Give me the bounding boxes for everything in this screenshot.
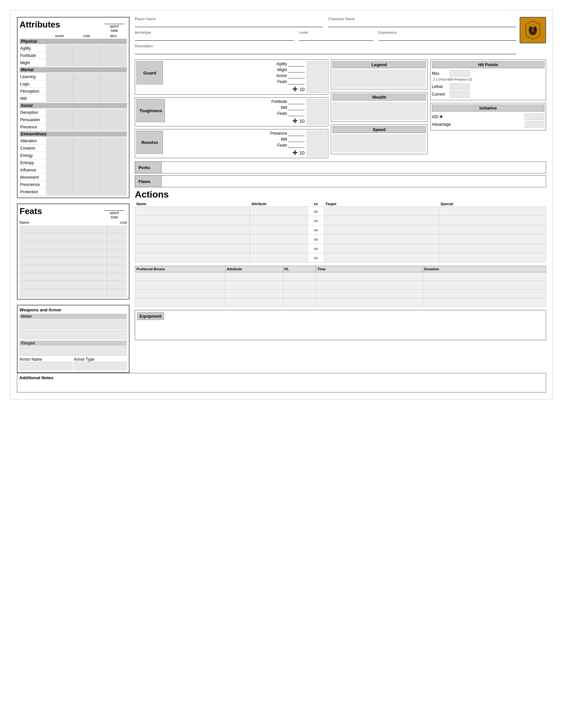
resolve-presence-val[interactable] — [288, 131, 305, 136]
feat-cost-3[interactable] — [107, 241, 127, 249]
armor-name-cell[interactable] — [20, 362, 72, 370]
agility-cost[interactable] — [73, 45, 100, 52]
feat-name-1[interactable] — [20, 225, 107, 233]
boon-name-4[interactable] — [135, 298, 225, 307]
action-name-3[interactable] — [135, 225, 250, 235]
description-input[interactable] — [135, 48, 516, 54]
presence-cost[interactable] — [73, 123, 100, 130]
boon-pl-4[interactable] — [283, 298, 316, 307]
presence-score[interactable] — [46, 123, 73, 130]
legend-content[interactable] — [333, 69, 426, 88]
prescience-dice[interactable] — [100, 181, 127, 188]
initiative-d20-input[interactable] — [525, 114, 544, 120]
protection-score[interactable] — [46, 188, 73, 195]
toughness-fort-val[interactable] — [288, 99, 305, 104]
learning-dice[interactable] — [100, 73, 127, 80]
boon-time-2[interactable] — [316, 281, 423, 290]
resolve-feats-val[interactable] — [288, 143, 305, 148]
agility-score[interactable] — [46, 45, 73, 52]
flaws-content[interactable] — [162, 176, 546, 187]
creation-score[interactable] — [46, 145, 73, 152]
boon-attr-3[interactable] — [225, 290, 283, 298]
guard-result[interactable] — [307, 61, 327, 93]
boon-name-1[interactable] — [135, 272, 225, 281]
feat-cost-6[interactable] — [107, 265, 127, 273]
boon-dur-1[interactable] — [423, 272, 546, 281]
movement-score[interactable] — [46, 174, 73, 181]
initiative-adv-input[interactable] — [525, 121, 544, 128]
action-target-6[interactable] — [324, 253, 439, 262]
resolve-result[interactable] — [307, 131, 327, 157]
might-cost[interactable] — [73, 59, 100, 66]
entropy-score[interactable] — [46, 159, 73, 166]
armor-type-cell[interactable] — [74, 362, 127, 370]
wealth-content[interactable] — [333, 102, 426, 120]
might-dice[interactable] — [100, 59, 127, 66]
hp-max-input[interactable] — [450, 70, 470, 77]
action-attr-3[interactable] — [250, 225, 308, 235]
prescience-score[interactable] — [46, 181, 73, 188]
persuasion-score[interactable] — [46, 116, 73, 123]
prescience-cost[interactable] — [73, 181, 100, 188]
feat-name-7[interactable] — [20, 273, 107, 281]
fortitude-dice[interactable] — [100, 52, 127, 59]
boon-name-2[interactable] — [135, 281, 225, 290]
feat-cost-1[interactable] — [107, 225, 127, 233]
boon-time-1[interactable] — [316, 272, 423, 281]
perks-content[interactable] — [162, 162, 546, 173]
action-target-4[interactable] — [324, 235, 439, 244]
boon-name-3[interactable] — [135, 290, 225, 298]
ranged-row-1[interactable] — [20, 346, 127, 356]
feat-name-9[interactable] — [20, 289, 107, 296]
influence-cost[interactable] — [73, 166, 100, 173]
guard-agility-val[interactable] — [288, 61, 305, 67]
logic-dice[interactable] — [100, 80, 127, 87]
deception-score[interactable] — [46, 109, 73, 116]
action-attr-5[interactable] — [250, 244, 308, 253]
deception-cost[interactable] — [73, 109, 100, 116]
logic-cost[interactable] — [73, 80, 100, 87]
might-score[interactable] — [46, 59, 73, 66]
toughness-feats-val[interactable] — [288, 111, 305, 116]
resolve-will-val[interactable] — [288, 137, 305, 142]
fortitude-cost[interactable] — [73, 52, 100, 59]
speed-content[interactable] — [333, 134, 426, 153]
action-name-6[interactable] — [135, 253, 250, 262]
archetype-input[interactable] — [135, 35, 294, 41]
player-name-input[interactable] — [135, 21, 323, 27]
feat-cost-8[interactable] — [107, 281, 127, 289]
action-special-1[interactable] — [439, 207, 546, 216]
toughness-result[interactable] — [307, 99, 327, 125]
feat-cost-5[interactable] — [107, 257, 127, 265]
learning-cost[interactable] — [73, 73, 100, 80]
perception-dice[interactable] — [100, 88, 127, 95]
feat-cost-4[interactable] — [107, 249, 127, 257]
experience-input[interactable] — [379, 35, 516, 41]
feat-name-3[interactable] — [20, 241, 107, 249]
protection-cost[interactable] — [73, 188, 100, 195]
boon-dur-3[interactable] — [423, 290, 546, 298]
character-name-input[interactable] — [328, 21, 516, 27]
boon-attr-4[interactable] — [225, 298, 283, 307]
perception-cost[interactable] — [73, 88, 100, 95]
action-target-5[interactable] — [324, 244, 439, 253]
influence-score[interactable] — [46, 166, 73, 173]
level-input[interactable] — [299, 35, 373, 41]
action-target-3[interactable] — [324, 225, 439, 235]
creation-cost[interactable] — [73, 145, 100, 152]
boon-pl-1[interactable] — [283, 272, 316, 281]
boon-pl-2[interactable] — [283, 281, 316, 290]
action-target-2[interactable] — [324, 216, 439, 225]
boon-time-4[interactable] — [316, 298, 423, 307]
learning-score[interactable] — [46, 73, 73, 80]
fortitude-score[interactable] — [46, 52, 73, 59]
feat-name-6[interactable] — [20, 265, 107, 273]
guard-might-val[interactable] — [288, 67, 305, 72]
action-special-6[interactable] — [439, 253, 546, 262]
influence-dice[interactable] — [100, 166, 127, 173]
boon-dur-2[interactable] — [423, 281, 546, 290]
action-target-1[interactable] — [324, 207, 439, 216]
protection-dice[interactable] — [100, 188, 127, 195]
action-name-1[interactable] — [135, 207, 250, 216]
action-name-2[interactable] — [135, 216, 250, 225]
